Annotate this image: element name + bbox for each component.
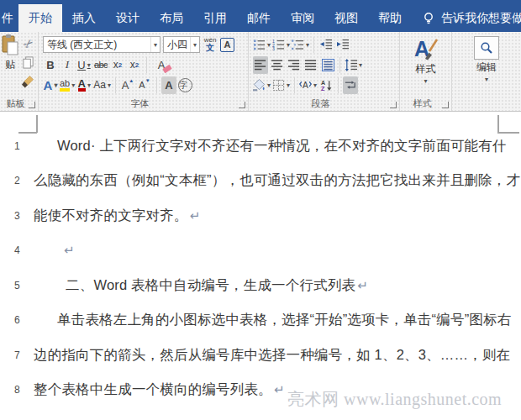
align-right-icon bbox=[288, 59, 301, 71]
scissors-icon: ✂ bbox=[20, 35, 36, 52]
text-line[interactable]: 6 单击表格左上角的小图标选中表格，选择“开始”选项卡，单击“编号”图标右 bbox=[0, 303, 521, 339]
decrease-indent-button[interactable] bbox=[318, 36, 334, 54]
line-number: 8 bbox=[14, 384, 20, 396]
align-left-button[interactable] bbox=[253, 56, 268, 74]
tab-review[interactable]: 审阅 bbox=[281, 4, 324, 32]
font-size-value: 小四 bbox=[167, 38, 187, 52]
font-name-combo[interactable]: 等线 (西文正文) bbox=[43, 36, 161, 53]
styles-dropdown-arrow: ▾ bbox=[424, 77, 427, 85]
font-name-dropdown-arrow[interactable] bbox=[150, 37, 160, 52]
shrink-font-button[interactable]: A bbox=[137, 76, 152, 94]
line-number: 6 bbox=[14, 314, 20, 326]
align-right-button[interactable] bbox=[287, 56, 302, 74]
subscript-button[interactable]: x2 bbox=[110, 56, 125, 74]
sort-button[interactable] bbox=[318, 76, 334, 94]
justify-button[interactable] bbox=[303, 56, 318, 74]
underline-button[interactable]: U bbox=[76, 56, 92, 74]
tab-design[interactable]: 设计 bbox=[106, 4, 150, 32]
bullets-button[interactable] bbox=[253, 36, 271, 54]
paste-button[interactable]: 贴 bbox=[2, 34, 18, 91]
strikethrough-button[interactable]: abc bbox=[93, 56, 108, 74]
editing-button[interactable]: 编辑 ▾ bbox=[454, 34, 519, 83]
clipboard-dialog-launcher[interactable] bbox=[29, 102, 35, 108]
underline-glyph: U bbox=[77, 59, 85, 71]
group-font: 等线 (西文正文) 小四 wén 文 A B I U abc x2 bbox=[39, 32, 249, 111]
asian-layout-button[interactable] bbox=[299, 76, 317, 94]
superscript-button[interactable]: x2 bbox=[127, 56, 142, 74]
shading-button[interactable] bbox=[253, 76, 271, 94]
show-hide-marks-icon bbox=[345, 79, 357, 92]
phonetic-guide-button[interactable]: wén 文 bbox=[203, 36, 218, 54]
tell-me-box[interactable]: 告诉我你想要做什 bbox=[422, 4, 521, 32]
styles-dialog-launcher[interactable] bbox=[442, 102, 449, 108]
tab-mailings[interactable]: 邮件 bbox=[237, 4, 281, 32]
document-text: 1 Word· 上下两行文字对不齐还有一种情况，在不对齐的文字前面可能有什 2 … bbox=[0, 112, 521, 407]
multilevel-list-icon bbox=[292, 39, 304, 51]
font-color-button[interactable]: A bbox=[76, 76, 92, 94]
align-center-button[interactable] bbox=[270, 56, 285, 74]
enclose-characters-button[interactable]: 字 bbox=[178, 76, 193, 94]
text-line[interactable]: 3 能使不对齐的文字对齐。 ↵ bbox=[0, 198, 521, 234]
font-size-dropdown-arrow[interactable] bbox=[190, 37, 199, 52]
tab-help[interactable]: 帮助 bbox=[368, 4, 412, 32]
clear-formatting-button[interactable]: A bbox=[151, 56, 171, 74]
document-page[interactable]: 1 Word· 上下两行文字对不齐还有一种情况，在不对齐的文字前面可能有什 2 … bbox=[0, 112, 521, 420]
paragraph-dialog-launcher[interactable] bbox=[390, 102, 397, 108]
tab-insert[interactable]: 插入 bbox=[62, 4, 106, 32]
text-effects-button[interactable]: A bbox=[43, 76, 58, 94]
styles-button[interactable]: 样式 ▾ bbox=[402, 34, 450, 85]
font-size-combo[interactable]: 小四 bbox=[163, 36, 200, 53]
grow-font-button[interactable]: A bbox=[120, 76, 135, 94]
paragraph-mark: ↵ bbox=[274, 382, 285, 397]
paste-icon bbox=[2, 34, 18, 56]
paragraph-group-label: 段落 bbox=[249, 97, 392, 110]
copy-button[interactable] bbox=[21, 54, 36, 71]
numbering-button[interactable] bbox=[272, 36, 290, 54]
increase-indent-button[interactable] bbox=[335, 36, 350, 54]
italic-button[interactable]: I bbox=[60, 56, 75, 74]
distribute-button[interactable] bbox=[320, 56, 335, 74]
align-center-icon bbox=[271, 59, 284, 71]
watermark: 亮术网 www.liangshunet.com bbox=[287, 388, 502, 411]
font-dialog-launcher[interactable] bbox=[239, 102, 245, 108]
character-border-button[interactable]: A bbox=[220, 38, 234, 52]
text-line[interactable]: 1 Word· 上下两行文字对不齐还有一种情况，在不对齐的文字前面可能有什 bbox=[0, 129, 521, 164]
change-case-glyph: Aa bbox=[93, 79, 106, 91]
line-number: 2 bbox=[14, 175, 20, 186]
text-line[interactable]: 4 ↵ bbox=[0, 234, 521, 269]
cut-button[interactable]: ✂ bbox=[21, 34, 36, 52]
decrease-indent-icon bbox=[320, 39, 333, 51]
text-line[interactable]: 5 二、Word 表格中自动编号，生成一个行式列表 ↵ bbox=[0, 268, 521, 303]
styles-group-label: 样式 bbox=[400, 97, 445, 110]
line-text: 能使不对齐的文字对齐。 bbox=[34, 207, 188, 225]
text-line[interactable]: 2 么隐藏的东西（例如“文本框”），也可通过双击的方法把它找出来并且删除，才 bbox=[0, 164, 521, 199]
find-button[interactable] bbox=[474, 36, 499, 60]
subscript-2: 2 bbox=[118, 61, 122, 69]
line-spacing-button[interactable] bbox=[345, 56, 362, 74]
tab-home[interactable]: 开始 bbox=[18, 4, 62, 32]
character-shading-button[interactable]: A bbox=[161, 76, 176, 94]
tab-view[interactable]: 视图 bbox=[324, 4, 368, 32]
change-case-button[interactable]: Aa bbox=[93, 76, 111, 94]
line-number: 5 bbox=[14, 280, 20, 291]
tab-references[interactable]: 引用 bbox=[193, 4, 237, 32]
phonetic-char: 文 bbox=[206, 44, 214, 52]
tab-layout[interactable]: 布局 bbox=[150, 4, 193, 32]
text-line[interactable]: 7 边的指向下的箭头，然后从编号库中选择一种编号，如 1、2、3、……，则在 bbox=[0, 338, 521, 373]
sort-icon bbox=[320, 79, 333, 92]
borders-icon bbox=[272, 79, 285, 92]
group-styles: 样式 ▾ 样式 bbox=[400, 32, 452, 111]
phonetic-guide-icon: wén 文 bbox=[204, 37, 217, 52]
tab-file[interactable]: 件 bbox=[0, 4, 18, 32]
format-painter-button[interactable] bbox=[21, 73, 36, 91]
bold-button[interactable]: B bbox=[43, 56, 58, 74]
paragraph-mark: ↵ bbox=[357, 278, 368, 293]
highlight-color-button[interactable]: ab bbox=[60, 76, 75, 94]
show-hide-marks-button[interactable] bbox=[343, 76, 358, 94]
font-name-value: 等线 (西文正文) bbox=[47, 38, 117, 52]
line-number: 1 bbox=[14, 140, 20, 152]
borders-button[interactable] bbox=[272, 76, 290, 94]
line-text: 单击表格左上角的小图标选中表格，选择“开始”选项卡，单击“编号”图标右 bbox=[57, 311, 511, 329]
multilevel-list-button[interactable] bbox=[292, 36, 309, 54]
paragraph-mark: ↵ bbox=[190, 208, 201, 223]
